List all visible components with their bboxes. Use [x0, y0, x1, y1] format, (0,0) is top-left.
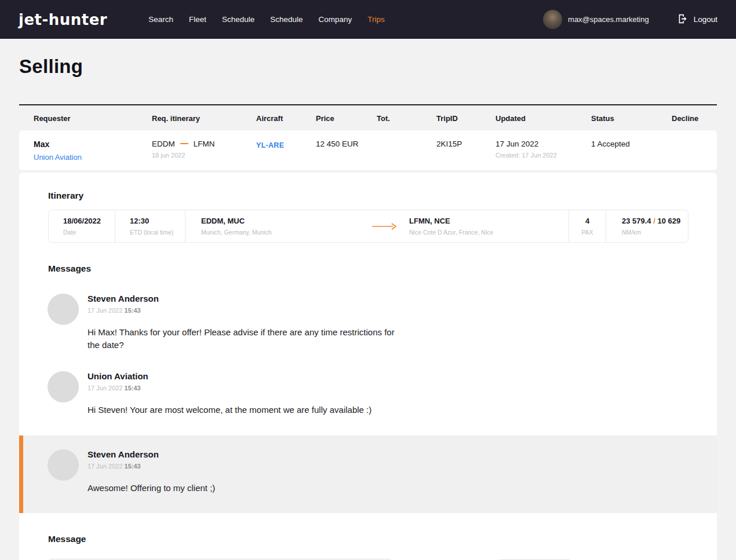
- brand-logo[interactable]: jet-hunter: [19, 11, 107, 28]
- nav-item-schedule-2[interactable]: Schedule: [270, 15, 303, 24]
- trip-row[interactable]: Max Union Aviation EDDMLFMN 18 jun 2022 …: [19, 130, 717, 170]
- col-header-status: Status: [591, 114, 672, 123]
- pax-value: 4: [569, 217, 606, 225]
- message-date: 17 Jun 2022: [88, 385, 123, 391]
- requester-name: Max: [34, 140, 152, 149]
- itinerary-date-label: Date: [63, 229, 115, 236]
- itinerary-from: EDDM, MUC Munich, Germany, Munich: [185, 217, 372, 242]
- created-date: Created: 17 Jun 2022: [495, 152, 591, 159]
- message-item: Steven Anderson 17 Jun 202215:43 Hi Max!…: [19, 294, 717, 352]
- col-header-price: Price: [316, 114, 377, 123]
- message-body: Steven Anderson 17 Jun 202215:43 Hi Max!…: [88, 294, 400, 352]
- col-header-decline: Decline: [672, 114, 717, 123]
- itinerary-date: 18/06/2022: [63, 217, 115, 225]
- cell-updated: 17 Jun 2022 Created: 17 Jun 2022: [495, 140, 591, 159]
- message-item: Steven Anderson 17 Jun 202215:43 Awesome…: [48, 449, 717, 495]
- topbar: jet-hunter Search Fleet Schedule Schedul…: [0, 0, 736, 39]
- col-header-updated: Updated: [495, 114, 591, 123]
- distance-nm: 23 579.4: [622, 217, 651, 225]
- messages-heading: Messages: [19, 243, 717, 274]
- logout-button[interactable]: Logout: [677, 14, 717, 25]
- message-date: 17 Jun 2022: [88, 307, 123, 314]
- route-to: LFMN: [194, 140, 215, 148]
- itinerary-to: LFMN, NCE Nice Cote D Azur, France, Nice: [409, 217, 493, 242]
- col-header-requester: Requester: [34, 114, 152, 123]
- itinerary-etd-cell: 12:30 ETD (local time): [115, 210, 185, 242]
- message-author: Union Aviation: [88, 371, 371, 381]
- logout-label: Logout: [694, 15, 717, 24]
- nav-item-company[interactable]: Company: [319, 15, 352, 24]
- message-author: Steven Anderson: [88, 449, 215, 459]
- cell-tripid: 2KI15P: [436, 140, 495, 148]
- itinerary-etd-label: ETD (local time): [130, 229, 185, 236]
- to-place: Nice Cote D Azur, France, Nice: [409, 229, 493, 236]
- table-header-row: Requester Req. itinerary Aircraft Price …: [19, 105, 717, 130]
- cell-requester: Max Union Aviation: [34, 140, 152, 162]
- cell-status: 1 Accepted: [591, 140, 672, 148]
- user-account: max@spaces.marketing: [543, 10, 649, 29]
- message-item: Union Aviation 17 Jun 202215:43 Hi Steve…: [19, 371, 717, 416]
- message-text: Awesome! Offering to my client ;): [88, 482, 215, 495]
- message-time: 15:43: [125, 463, 141, 470]
- col-header-tripid: TripID: [436, 114, 495, 123]
- requester-company-link[interactable]: Union Aviation: [34, 153, 152, 162]
- user-avatar[interactable]: [543, 10, 562, 29]
- col-header-aircraft: Aircraft: [256, 114, 316, 123]
- cell-req-itinerary: EDDMLFMN 18 jun 2022: [152, 140, 256, 159]
- message-body: Union Aviation 17 Jun 202215:43 Hi Steve…: [88, 371, 371, 416]
- route-arrow-icon: [372, 222, 396, 232]
- nav-item-trips[interactable]: Trips: [367, 15, 385, 24]
- trips-table: Requester Req. itinerary Aircraft Price …: [19, 104, 717, 130]
- from-code: EDDM, MUC: [201, 217, 372, 225]
- message-text: Hi Max! Thanks for your offer! Please ad…: [88, 326, 400, 352]
- cell-aircraft: YL-ARE: [256, 140, 316, 150]
- message-time: 15:43: [125, 385, 141, 391]
- route-from: EDDM: [152, 140, 175, 148]
- avatar: [48, 371, 79, 402]
- distance-km: 10 629: [657, 217, 680, 225]
- to-code: LFMN, NCE: [409, 217, 493, 225]
- nav-item-fleet[interactable]: Fleet: [189, 15, 206, 24]
- itinerary-date-cell: 18/06/2022 Date: [49, 210, 115, 242]
- itinerary-distance-cell: 23 579.4 / 10 629 NM/km: [606, 210, 688, 242]
- composer-heading: Message: [19, 513, 717, 544]
- distance-separator: /: [653, 217, 655, 225]
- itinerary-route-cell: EDDM, MUC Munich, Germany, Munich LFMN, …: [185, 210, 569, 242]
- avatar: [48, 449, 79, 481]
- col-header-req-itinerary: Req. itinerary: [152, 114, 256, 123]
- itinerary-box: 18/06/2022 Date 12:30 ETD (local time) E…: [48, 210, 688, 243]
- message-item-highlighted: Steven Anderson 17 Jun 202215:43 Awesome…: [19, 435, 717, 513]
- nav-item-search[interactable]: Search: [148, 15, 173, 24]
- message-author: Steven Anderson: [88, 294, 400, 303]
- col-header-tot: Tot.: [377, 114, 436, 123]
- message-time: 15:43: [125, 307, 141, 314]
- avatar: [48, 294, 79, 325]
- logout-icon: [677, 14, 688, 25]
- from-place: Munich, Germany, Munich: [201, 229, 372, 236]
- message-text: Hi Steven! Your are most welcome, at the…: [88, 404, 371, 416]
- itinerary-pax-cell: 4 PAX: [569, 210, 606, 242]
- pax-label: PAX: [569, 229, 606, 236]
- aircraft-link[interactable]: YL-ARE: [256, 141, 284, 149]
- main-nav: Search Fleet Schedule Schedule Company T…: [148, 15, 385, 24]
- message-date: 17 Jun 2022: [88, 463, 123, 470]
- nav-item-schedule-1[interactable]: Schedule: [222, 15, 254, 24]
- updated-date: 17 Jun 2022: [495, 140, 591, 148]
- route-dash-icon: [180, 143, 188, 144]
- distance-label: NM/km: [622, 229, 688, 236]
- itinerary-etd: 12:30: [130, 217, 185, 225]
- page-title: Selling: [19, 56, 736, 78]
- cell-price: 12 450 EUR: [316, 140, 377, 148]
- message-body: Steven Anderson 17 Jun 202215:43 Awesome…: [88, 449, 215, 495]
- itinerary-heading: Itinerary: [19, 173, 717, 201]
- trip-detail-panel: Itinerary 18/06/2022 Date 12:30 ETD (loc…: [19, 173, 717, 560]
- user-email: max@spaces.marketing: [568, 15, 649, 24]
- route-date: 18 jun 2022: [152, 152, 256, 159]
